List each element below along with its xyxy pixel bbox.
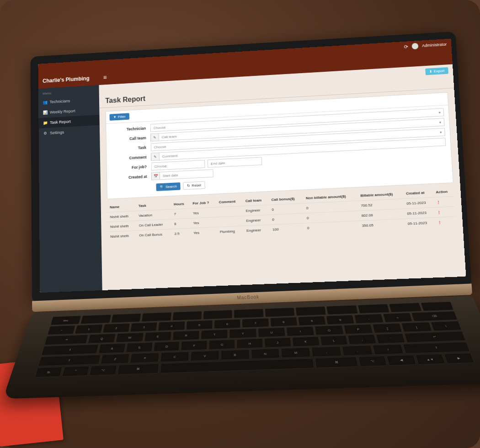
call-team-placeholder: Call team [161, 134, 176, 139]
laptop-brand: MacBook [237, 294, 259, 300]
folder-icon: 📁 [43, 121, 48, 125]
cell-comment: Plumbing [217, 226, 244, 237]
sidebar: Charlie's Plumbing Menu 👥 Technicians 📊 … [38, 70, 102, 293]
gear-icon: ⚙ [43, 131, 48, 136]
cell-comment [217, 216, 244, 227]
pencil-icon: ✎ [151, 153, 159, 161]
app-screen: ⟳ Administrator Charlie's Plumbing Menu … [38, 39, 466, 293]
filter-button[interactable]: ▼ Filter [110, 113, 129, 121]
cell-created_at: 05-11-2023 [405, 218, 435, 229]
th-for-job[interactable]: For Job ? [190, 197, 216, 208]
cell-created_at: 05-11-2023 [403, 197, 434, 209]
sidebar-item-label: Task Report [50, 119, 71, 125]
hamburger-icon[interactable]: ≡ [103, 74, 107, 81]
cell-name: Nishit sheth [107, 221, 136, 232]
label-for-job: For job? [111, 165, 151, 171]
start-date-placeholder: Start date [163, 173, 178, 177]
reset-label: Reset [192, 183, 201, 188]
cell-comment [216, 206, 243, 217]
users-icon: 👥 [43, 100, 48, 105]
cell-hours: 8 [171, 219, 191, 229]
app-body: Charlie's Plumbing Menu 👥 Technicians 📊 … [38, 49, 466, 293]
download-icon: ⬇ [429, 69, 432, 74]
sidebar-item-label: Technicians [50, 99, 70, 104]
label-call-team: Call team [111, 135, 150, 142]
cell-call_team: Engineer [244, 225, 270, 236]
screen-bezel: ⟳ Administrator Charlie's Plumbing Menu … [30, 32, 471, 301]
report-icon: 📊 [43, 110, 48, 115]
end-date-placeholder: End date [211, 161, 225, 165]
filter-icon: ▼ [113, 115, 117, 119]
filter-panel: ▼ Filter Technician Choose [106, 92, 453, 199]
cell-for_job: Yes [190, 217, 217, 228]
calendar-icon: 📅 [151, 172, 160, 180]
cell-call_bonus: 100 [270, 223, 305, 235]
cell-billable: 350.05 [359, 219, 405, 231]
cell-call_team: Engineer [243, 215, 270, 226]
for-job-placeholder: Choose [154, 164, 166, 168]
label-task: Task [111, 145, 151, 151]
cell-hours: 2.5 [171, 228, 191, 239]
keyboard: esc ~1234567890-=⌫ ⇥QWERTYUIOP[]\ ⇪ASDFG… [3, 296, 480, 399]
camera-dot [238, 48, 241, 51]
label-technician: Technician [111, 126, 150, 132]
th-name[interactable]: Name [107, 202, 136, 213]
start-date-input[interactable]: Start date [160, 169, 213, 180]
comment-placeholder: Comment [162, 154, 178, 158]
cell-action: ⋮ [435, 217, 456, 228]
cell-task: On Call Bonus [136, 229, 172, 240]
cell-hours: 7 [171, 208, 190, 219]
cell-name: Nishit sheth [107, 211, 136, 222]
for-job-select[interactable]: Choose [151, 160, 205, 171]
pencil-icon: ✎ [150, 133, 159, 141]
cell-for_job: Yes [190, 207, 217, 218]
th-action[interactable]: Action [433, 187, 454, 197]
user-label[interactable]: Administrator [422, 42, 447, 48]
search-label: Search [165, 184, 177, 189]
th-hours[interactable]: Hours [171, 199, 190, 209]
cell-action: ⋮ [433, 197, 455, 208]
cell-for_job: Yes [191, 227, 217, 238]
end-date-input[interactable]: End date [208, 157, 262, 167]
reset-icon: ↻ [187, 184, 190, 188]
label-created-at: Created at [112, 174, 152, 181]
filter-label: Filter [118, 115, 126, 119]
refresh-icon[interactable]: ⟳ [404, 44, 408, 50]
search-icon: 🔍 [160, 185, 164, 189]
action-menu-icon[interactable]: ⋮ [437, 210, 441, 214]
cell-non_billable: 0 [304, 221, 359, 233]
action-menu-icon[interactable]: ⋮ [437, 220, 442, 224]
avatar[interactable] [411, 43, 418, 49]
cell-created_at: 05-11-2023 [404, 208, 435, 219]
cell-call_team: Engineer [243, 205, 269, 216]
label-comment: Comment [111, 155, 151, 161]
task-placeholder: Choose [154, 144, 166, 149]
laptop: ⟳ Administrator Charlie's Plumbing Menu … [30, 32, 479, 420]
action-menu-icon[interactable]: ⋮ [436, 200, 440, 204]
th-created-at[interactable]: Created at [403, 187, 433, 198]
technician-placeholder: Choose [154, 125, 166, 130]
cell-action: ⋮ [434, 207, 455, 218]
sidebar-item-label: Weekly Report [50, 109, 75, 115]
export-label: Export [434, 69, 445, 73]
th-comment[interactable]: Comment [216, 197, 243, 208]
sidebar-item-label: Settings [50, 130, 64, 135]
cell-name: Nishit sheth [107, 230, 136, 241]
th-call-team[interactable]: Call team [242, 195, 269, 206]
search-button[interactable]: 🔍 Search [156, 182, 181, 191]
reset-button[interactable]: ↻ Reset [183, 181, 205, 190]
main-content: ≡ ⬇ Export Task Report ▼ Filt [99, 49, 466, 290]
